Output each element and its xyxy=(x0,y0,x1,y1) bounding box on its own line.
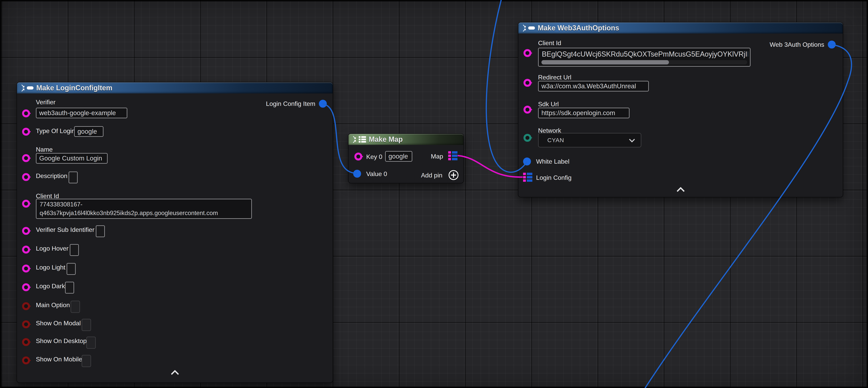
pin-label-description: Description xyxy=(36,172,67,180)
pin-label-logo-dark: Logo Dark xyxy=(36,282,65,290)
make-struct-icon-pill xyxy=(27,86,33,90)
pin-label-show-on-modal: Show On Modal xyxy=(36,320,81,327)
node-make-web3authoptions[interactable]: ↘↗ Make Web3AuthOptions Web 3Auth Option… xyxy=(518,22,843,197)
input-pin-sdk-url[interactable] xyxy=(524,106,531,114)
chevron-up-icon xyxy=(171,370,179,378)
name-field[interactable]: Google Custom Login xyxy=(36,153,107,163)
node-make-map[interactable]: ↘↗ Make Map Key 0 google Map Value 0 Add… xyxy=(348,133,464,183)
wire-map-to-login-config[interactable] xyxy=(458,155,523,177)
input-pin-name[interactable] xyxy=(22,154,30,162)
main-option-checkbox[interactable] xyxy=(70,301,80,313)
verifier-sub-identifier-field[interactable] xyxy=(96,225,105,237)
show-on-modal-checkbox[interactable] xyxy=(82,319,91,331)
field-scrollbar[interactable] xyxy=(541,60,747,64)
input-pin-client-id[interactable] xyxy=(22,200,30,208)
output-pin-map[interactable] xyxy=(448,151,458,160)
pin-label-logo-hover: Logo Hover xyxy=(36,245,68,252)
node-title: Make Map xyxy=(369,135,403,144)
node-title: Make Web3AuthOptions xyxy=(538,24,619,32)
node-header-make-web3authoptions[interactable]: ↘↗ Make Web3AuthOptions xyxy=(518,23,843,33)
input-pin-login-config[interactable] xyxy=(523,173,532,182)
chevron-down-icon xyxy=(629,137,635,142)
node-header-make-map[interactable]: ↘↗ Make Map xyxy=(348,134,463,145)
node-title: Make LoginConfigItem xyxy=(36,84,112,92)
pin-label-type-of-login: Type Of Login xyxy=(36,127,75,135)
output-row-web3auth-options: Web 3Auth Options xyxy=(770,40,836,49)
type-of-login-field[interactable]: google xyxy=(74,126,103,137)
collapse-node-button[interactable] xyxy=(675,186,686,193)
pin-label-white-label: White Label xyxy=(536,158,569,165)
output-row-login-config-item: Login Config Item xyxy=(266,100,327,108)
pin-label-value-0: Value 0 xyxy=(366,170,387,178)
input-pin-show-on-mobile[interactable] xyxy=(22,356,30,364)
input-pin-type-of-login[interactable] xyxy=(22,128,30,136)
chevron-up-icon xyxy=(676,187,684,195)
make-struct-icon-pill xyxy=(528,26,535,30)
input-pin-redirect-url[interactable] xyxy=(524,79,531,87)
input-pin-show-on-modal[interactable] xyxy=(22,320,30,328)
pin-label-verifier-sub-identifier: Verifier Sub Identifier xyxy=(36,226,94,233)
logo-dark-field[interactable] xyxy=(65,282,74,294)
redirect-url-field[interactable]: w3a://com.w3a.Web3AuthUnreal xyxy=(538,81,649,91)
pin-label-verifier: Verifier xyxy=(36,98,56,106)
collapse-node-button[interactable] xyxy=(169,369,181,376)
pin-label-show-on-mobile: Show On Mobile xyxy=(36,356,82,363)
input-pin-network[interactable] xyxy=(524,134,531,142)
show-on-desktop-checkbox[interactable] xyxy=(86,336,96,349)
input-pin-verifier-sub-identifier[interactable] xyxy=(22,227,30,235)
client-id-value: BEglQSgt4cUWcj6SKRdu5QkOXTsePmMcusG5EAoy… xyxy=(542,50,748,59)
input-pin-logo-hover[interactable] xyxy=(22,246,30,253)
make-struct-icon: ↘↗ xyxy=(21,84,25,92)
output-pin-label: Web 3Auth Options xyxy=(770,41,824,48)
input-pin-verifier[interactable] xyxy=(22,110,30,117)
input-pin-logo-light[interactable] xyxy=(22,265,30,272)
pin-label-login-config: Login Config xyxy=(536,174,571,181)
input-pin-client-id[interactable] xyxy=(524,49,531,57)
pin-label-key-0: Key 0 xyxy=(366,153,382,160)
output-pin-label-map: Map xyxy=(431,153,443,160)
make-map-icon-list xyxy=(359,136,366,143)
sdk-url-field[interactable]: https://sdk.openlogin.com xyxy=(538,108,629,118)
description-field[interactable] xyxy=(69,172,78,183)
blueprint-graph-canvas[interactable]: ↘↗ Make LoginConfigItem Login Config Ite… xyxy=(0,0,868,388)
pin-label-sdk-url: Sdk Url xyxy=(538,100,559,108)
input-pin-description[interactable] xyxy=(22,173,30,181)
output-pin-label: Login Config Item xyxy=(266,100,315,108)
verifier-field[interactable]: web3auth-google-example xyxy=(36,108,127,118)
pin-label-redirect-url: Redirect Url xyxy=(538,74,571,81)
key-0-field[interactable]: google xyxy=(385,151,412,162)
node-make-loginconfigitem[interactable]: ↘↗ Make LoginConfigItem Login Config Ite… xyxy=(17,82,333,383)
pin-label-name: Name xyxy=(36,146,53,153)
logo-light-field[interactable] xyxy=(67,263,76,275)
input-pin-main-option[interactable] xyxy=(22,302,30,310)
logo-hover-field[interactable] xyxy=(70,244,79,256)
show-on-mobile-checkbox[interactable] xyxy=(82,355,91,367)
pin-label-main-option: Main Option xyxy=(36,301,70,309)
client-id-field[interactable]: 774338308167-q463s7kpvja16l4l0kko3nb925i… xyxy=(36,199,252,219)
add-pin-label: Add pin xyxy=(421,172,442,179)
client-id-field[interactable]: BEglQSgt4cUWcj6SKRdu5QkOXTsePmMcusG5EAoy… xyxy=(538,48,750,67)
scrollbar-thumb[interactable] xyxy=(541,60,669,64)
input-pin-logo-dark[interactable] xyxy=(22,283,30,291)
add-pin-button[interactable] xyxy=(448,170,459,180)
network-selected-value: CYAN xyxy=(547,137,564,144)
node-header-make-loginconfigitem[interactable]: ↘↗ Make LoginConfigItem xyxy=(17,82,333,93)
pin-label-client-id: Client Id xyxy=(538,39,561,47)
pin-label-show-on-desktop: Show On Desktop xyxy=(36,337,87,345)
input-pin-show-on-desktop[interactable] xyxy=(22,338,30,346)
make-map-icon-arrows: ↘↗ xyxy=(352,136,356,143)
network-dropdown[interactable]: CYAN xyxy=(538,133,641,147)
input-pin-key-0[interactable] xyxy=(354,153,362,160)
make-struct-icon: ↘↗ xyxy=(522,24,526,32)
pin-label-logo-light: Logo Light xyxy=(36,264,65,271)
